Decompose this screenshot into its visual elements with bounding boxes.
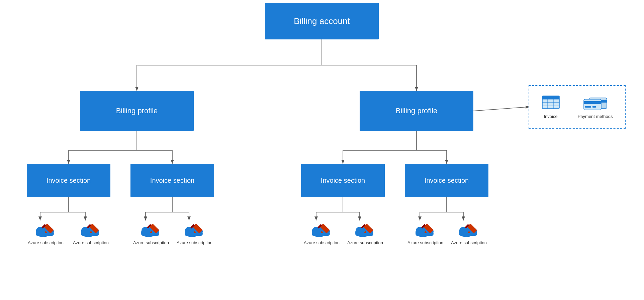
svg-marker-6 bbox=[415, 87, 418, 91]
azure-icon-6 bbox=[353, 220, 377, 239]
azure-sub-5-label: Azure subscription bbox=[304, 240, 340, 245]
invoice-section-3-label: Invoice section bbox=[321, 177, 365, 184]
svg-marker-3 bbox=[135, 87, 139, 91]
svg-rect-118 bbox=[592, 106, 596, 108]
azure-icon-3 bbox=[139, 220, 163, 239]
invoice-section-3-box: Invoice section bbox=[301, 164, 385, 197]
azure-sub-4: Azure subscription bbox=[177, 220, 212, 245]
billing-account-label: Billing account bbox=[294, 16, 350, 26]
svg-marker-31 bbox=[144, 216, 147, 220]
svg-marker-34 bbox=[187, 216, 191, 220]
azure-icon-1 bbox=[34, 220, 57, 239]
azure-sub-5: Azure subscription bbox=[304, 220, 340, 245]
azure-icon-5 bbox=[310, 220, 333, 239]
callout-payment-item: Payment methods bbox=[578, 95, 613, 119]
billing-account-box: Billing account bbox=[265, 3, 379, 39]
svg-marker-27 bbox=[84, 216, 87, 220]
azure-sub-7-label: Azure subscription bbox=[407, 240, 443, 245]
invoice-section-2-label: Invoice section bbox=[150, 177, 194, 184]
callout-box: Invoice Payment methods bbox=[529, 85, 626, 129]
azure-icon-7 bbox=[413, 220, 437, 239]
svg-marker-20 bbox=[445, 160, 448, 164]
azure-icon-8 bbox=[457, 220, 480, 239]
svg-marker-41 bbox=[358, 216, 361, 220]
azure-sub-1: Azure subscription bbox=[28, 220, 64, 245]
svg-rect-116 bbox=[584, 101, 601, 104]
invoice-section-4-label: Invoice section bbox=[425, 177, 469, 184]
azure-sub-8-label: Azure subscription bbox=[451, 240, 487, 245]
azure-sub-3: Azure subscription bbox=[133, 220, 169, 245]
azure-icon-2 bbox=[79, 220, 102, 239]
svg-marker-17 bbox=[341, 160, 345, 164]
svg-rect-117 bbox=[585, 106, 591, 108]
connector-lines bbox=[0, 0, 644, 300]
billing-profile-left-label: Billing profile bbox=[116, 107, 158, 115]
svg-rect-112 bbox=[542, 96, 559, 99]
azure-sub-8: Azure subscription bbox=[451, 220, 487, 245]
azure-sub-3-label: Azure subscription bbox=[133, 240, 169, 245]
azure-sub-4-label: Azure subscription bbox=[177, 240, 212, 245]
svg-marker-10 bbox=[67, 160, 70, 164]
svg-marker-24 bbox=[38, 216, 42, 220]
billing-profile-right-box: Billing profile bbox=[360, 91, 473, 131]
invoice-section-1-box: Invoice section bbox=[27, 164, 110, 197]
svg-marker-13 bbox=[171, 160, 174, 164]
invoice-section-4-box: Invoice section bbox=[405, 164, 488, 197]
invoice-section-1-label: Invoice section bbox=[47, 177, 91, 184]
svg-marker-38 bbox=[314, 216, 318, 220]
svg-line-49 bbox=[473, 107, 529, 111]
invoice-icon bbox=[542, 95, 560, 112]
callout-invoice-item: Invoice bbox=[542, 95, 560, 119]
svg-marker-48 bbox=[462, 216, 465, 220]
diagram-container: Billing account Billing profile Billing … bbox=[0, 0, 644, 300]
callout-payment-label: Payment methods bbox=[578, 114, 613, 119]
azure-sub-7: Azure subscription bbox=[407, 220, 443, 245]
azure-sub-6-label: Azure subscription bbox=[347, 240, 383, 245]
azure-icon-4 bbox=[183, 220, 206, 239]
azure-sub-1-label: Azure subscription bbox=[28, 240, 64, 245]
svg-rect-115 bbox=[584, 99, 601, 110]
invoice-section-2-box: Invoice section bbox=[130, 164, 214, 197]
callout-invoice-label: Invoice bbox=[544, 114, 557, 119]
payment-icon bbox=[583, 95, 608, 112]
azure-sub-2-label: Azure subscription bbox=[73, 240, 109, 245]
billing-profile-right-label: Billing profile bbox=[396, 107, 438, 115]
azure-sub-2: Azure subscription bbox=[73, 220, 109, 245]
azure-sub-6: Azure subscription bbox=[347, 220, 383, 245]
svg-marker-45 bbox=[418, 216, 422, 220]
billing-profile-left-box: Billing profile bbox=[80, 91, 194, 131]
